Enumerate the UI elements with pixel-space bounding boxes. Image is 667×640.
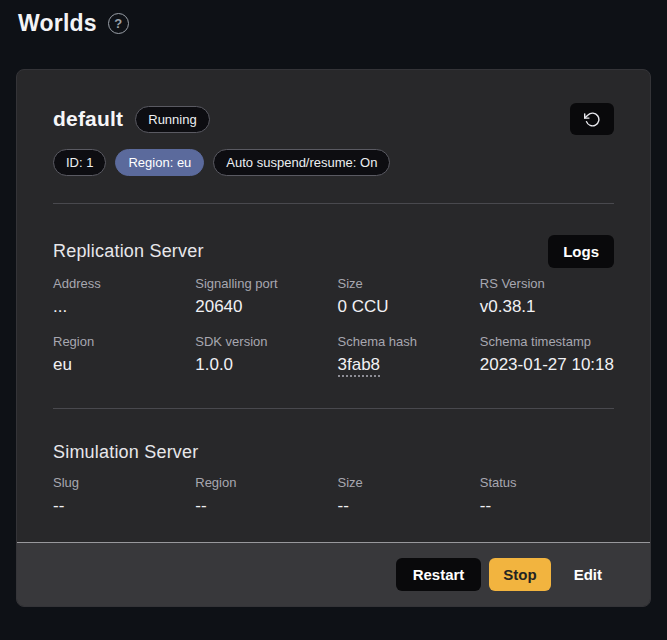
field-value: --: [480, 496, 614, 516]
field-sim-size: Size --: [338, 475, 472, 516]
simulation-field-grid: Slug -- Region -- Size -- Status --: [53, 475, 614, 516]
restart-button[interactable]: Restart: [396, 558, 482, 591]
field-value: v0.38.1: [480, 297, 614, 317]
world-id-badge: ID: 1: [53, 149, 106, 176]
field-rs-version: RS Version v0.38.1: [480, 276, 614, 317]
logs-button[interactable]: Logs: [548, 235, 614, 268]
field-sdk-version: SDK version 1.0.0: [195, 334, 329, 377]
divider: [53, 408, 614, 409]
world-region-badge: Region: eu: [115, 149, 204, 176]
simulation-section-title: Simulation Server: [53, 442, 614, 463]
field-signalling-port: Signalling port 20640: [195, 276, 329, 317]
field-label: Schema hash: [338, 334, 472, 349]
auto-suspend-badge: Auto suspend/resume: On: [213, 149, 390, 176]
field-value: eu: [53, 355, 187, 375]
world-card: default Running ID: 1 Region: eu Auto su…: [16, 69, 651, 607]
world-card-footer: Restart Stop Edit: [17, 542, 650, 606]
field-sim-status: Status --: [480, 475, 614, 516]
field-label: Status: [480, 475, 614, 490]
status-badge: Running: [135, 106, 209, 133]
field-label: Size: [338, 475, 472, 490]
world-header: default Running: [53, 103, 614, 135]
stop-button[interactable]: Stop: [489, 558, 550, 591]
schema-hash-value[interactable]: 3fab8: [338, 355, 381, 377]
field-value: ...: [53, 297, 187, 317]
field-label: RS Version: [480, 276, 614, 291]
replication-field-grid: Address ... Signalling port 20640 Size 0…: [53, 276, 614, 377]
refresh-icon: [584, 111, 601, 128]
field-label: SDK version: [195, 334, 329, 349]
field-value: 1.0.0: [195, 355, 329, 375]
page-title: Worlds: [18, 10, 97, 37]
field-value: --: [338, 496, 472, 516]
field-label: Schema timestamp: [480, 334, 614, 349]
field-label: Address: [53, 276, 187, 291]
field-label: Slug: [53, 475, 187, 490]
field-size: Size 0 CCU: [338, 276, 472, 317]
page-header: Worlds ?: [0, 0, 667, 38]
replication-section-title: Replication Server: [53, 241, 204, 262]
edit-button[interactable]: Edit: [568, 558, 608, 591]
field-value: --: [195, 496, 329, 516]
divider: [53, 203, 614, 204]
field-value: 2023-01-27 10:18: [480, 355, 614, 375]
field-value: 0 CCU: [338, 297, 472, 317]
help-question-circle-icon[interactable]: ?: [108, 13, 129, 34]
field-sim-region: Region --: [195, 475, 329, 516]
field-schema-timestamp: Schema timestamp 2023-01-27 10:18: [480, 334, 614, 377]
field-address: Address ...: [53, 276, 187, 317]
replication-section-header: Replication Server Logs: [53, 235, 614, 268]
field-slug: Slug --: [53, 475, 187, 516]
field-label: Size: [338, 276, 472, 291]
world-name: default: [53, 107, 123, 131]
field-value: --: [53, 496, 187, 516]
refresh-button[interactable]: [570, 103, 614, 135]
field-label: Region: [195, 475, 329, 490]
field-schema-hash: Schema hash 3fab8: [338, 334, 472, 377]
field-region: Region eu: [53, 334, 187, 377]
field-value: 20640: [195, 297, 329, 317]
field-label: Signalling port: [195, 276, 329, 291]
world-card-body: default Running ID: 1 Region: eu Auto su…: [17, 70, 650, 542]
field-label: Region: [53, 334, 187, 349]
world-badge-row: ID: 1 Region: eu Auto suspend/resume: On: [53, 150, 614, 175]
